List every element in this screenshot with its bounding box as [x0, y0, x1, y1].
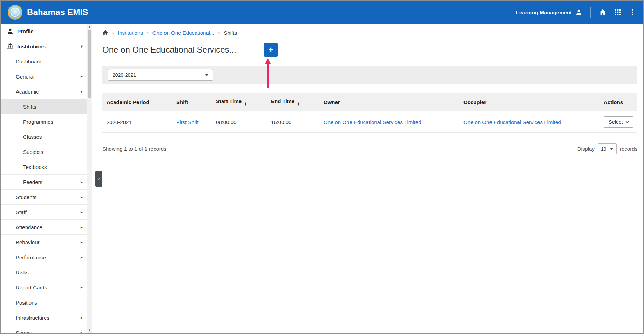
chevron-right-icon: ▸: [81, 74, 83, 79]
chevron-right-icon: ▸: [81, 255, 83, 260]
academic-period-value: 2020-2021: [113, 72, 136, 78]
sidebar-item-academic[interactable]: Academic▾: [1, 84, 87, 99]
title-row: One on One Educational Services... +: [102, 43, 637, 57]
sidebar-item-general[interactable]: General▸: [1, 69, 87, 84]
title-divider: [102, 61, 637, 61]
main-content: ›Institutions›One on One Educational...›…: [92, 24, 643, 333]
breadcrumb-one-on-one-educational[interactable]: One on One Educational...: [152, 30, 215, 36]
sidebar-item-behaviour[interactable]: Behaviour▸: [1, 235, 87, 250]
sidebar-item-label: Textbooks: [23, 164, 47, 170]
user-icon: [576, 9, 582, 15]
page-size-select[interactable]: 10: [598, 143, 617, 154]
kebab-menu-icon[interactable]: [629, 8, 636, 16]
breadcrumb-separator: ›: [147, 30, 149, 36]
caret-down-icon: [205, 74, 209, 76]
sidebar-collapse-toggle[interactable]: ‹: [95, 171, 102, 187]
app-window: Bahamas EMIS Learning Management: [0, 0, 644, 334]
chevron-right-icon: ▸: [81, 225, 83, 230]
sidebar-item-programmes[interactable]: Programmes: [1, 114, 87, 129]
sidebar-item-performance[interactable]: Performance▸: [1, 250, 87, 265]
sort-icon[interactable]: ▲▼: [244, 102, 247, 106]
scrollbar-thumb[interactable]: [88, 30, 91, 98]
sidebar-item-feeders[interactable]: Feeders▸: [1, 175, 87, 190]
breadcrumb-separator: ›: [112, 30, 114, 36]
table-row: 2020-2021First Shift08:00:0016:00:00One …: [102, 111, 637, 133]
cell-academic-period: 2020-2021: [102, 111, 172, 133]
sidebar-item-institutions[interactable]: Institutions▾: [1, 39, 87, 54]
page-size-control: Display 10 records: [577, 143, 637, 154]
column-label: Actions: [604, 99, 623, 105]
sidebar-item-positions[interactable]: Positions: [1, 295, 87, 310]
page-title: One on One Educational Services...: [102, 45, 257, 55]
bahamas-emis-logo: [8, 5, 22, 20]
sidebar-item-label: Risks: [16, 270, 29, 275]
sidebar-item-shifts[interactable]: Shifts: [1, 99, 87, 114]
add-shift-button[interactable]: +: [264, 43, 278, 57]
sidebar-item-risks[interactable]: Risks: [1, 265, 87, 280]
chevron-down-icon: [626, 120, 629, 123]
caret-down-icon: [610, 148, 614, 150]
sidebar-item-staff[interactable]: Staff▸: [1, 205, 87, 220]
scroll-down-icon[interactable]: ▼: [87, 328, 92, 333]
sidebar-item-report-cards[interactable]: Report Cards▸: [1, 280, 87, 295]
topbar: Bahamas EMIS Learning Management: [1, 1, 643, 24]
sidebar-item-label: Infrastructures: [16, 315, 49, 321]
sidebar-item-students[interactable]: Students▸: [1, 190, 87, 205]
column-label: Owner: [324, 99, 340, 105]
chevron-right-icon: ▸: [81, 195, 83, 199]
sidebar-item-attendance[interactable]: Attendance▸: [1, 220, 87, 235]
column-header-occupier: Occupier: [459, 93, 599, 111]
sort-icon[interactable]: ▲▼: [297, 102, 300, 106]
academic-period-select[interactable]: 2020-2021: [108, 69, 213, 81]
column-label: Academic Period: [107, 99, 149, 105]
chevron-down-icon: ▾: [81, 44, 83, 49]
occupier-link[interactable]: One on One Educational Services Limited: [463, 119, 561, 125]
sidebar-item-label: General: [16, 74, 34, 80]
learning-management-label: Learning Management: [516, 9, 572, 15]
display-label: Display: [577, 146, 595, 152]
sidebar-item-label: Dashboard: [16, 59, 41, 64]
column-label: Shift: [176, 99, 188, 105]
topbar-divider: [590, 7, 591, 18]
column-header-actions: Actions: [599, 93, 637, 111]
select-action-button[interactable]: Select: [604, 116, 633, 128]
page-size-value: 10: [601, 146, 606, 152]
sidebar-item-textbooks[interactable]: Textbooks: [1, 159, 87, 175]
sidebar-item-label: Shifts: [23, 104, 36, 110]
breadcrumb-shifts: Shifts: [224, 30, 237, 36]
sidebar-item-dashboard[interactable]: Dashboard: [1, 54, 87, 69]
breadcrumb-separator: ›: [218, 30, 220, 36]
cell-owner: One on One Educational Services Limited: [319, 111, 459, 133]
cell-occupier: One on One Educational Services Limited: [459, 111, 599, 133]
records-label: records: [620, 146, 637, 152]
sidebar-item-label: Feeders: [23, 179, 42, 185]
cell-actions: Select: [599, 111, 637, 133]
records-summary: Showing 1 to 1 of 1 records: [102, 146, 167, 152]
shift-link[interactable]: First Shift: [176, 119, 198, 125]
bank-icon: [7, 43, 13, 49]
sidebar-menu: ProfileInstitutions▾DashboardGeneral▸Aca…: [1, 24, 87, 333]
column-header-start-time[interactable]: Start Time▲▼: [212, 93, 267, 111]
sidebar-item-infrastructures[interactable]: Infrastructures▸: [1, 310, 87, 325]
sidebar-scrollbar[interactable]: ▲ ▼: [87, 24, 92, 333]
breadcrumb-home-icon[interactable]: [102, 30, 108, 36]
scroll-up-icon[interactable]: ▲: [87, 24, 92, 29]
filter-bar: 2020-2021: [102, 66, 637, 84]
sidebar-item-survey[interactable]: Survey▸: [1, 325, 87, 333]
shifts-table: Academic PeriodShiftStart Time▲▼End Time…: [102, 93, 637, 133]
column-header-end-time[interactable]: End Time▲▼: [267, 93, 319, 111]
sidebar-item-classes[interactable]: Classes: [1, 129, 87, 144]
owner-link[interactable]: One on One Educational Services Limited: [324, 119, 421, 125]
chevron-right-icon: ▸: [81, 240, 83, 245]
sidebar-item-profile[interactable]: Profile: [1, 24, 87, 39]
column-label: Start Time: [216, 98, 242, 104]
home-icon[interactable]: [599, 9, 606, 16]
sidebar-item-label: Survey: [16, 330, 32, 334]
breadcrumb-institutions[interactable]: Institutions: [118, 30, 143, 36]
learning-management-menu[interactable]: Learning Management: [516, 9, 582, 15]
annotation-arrow: [263, 57, 272, 88]
sidebar-item-subjects[interactable]: Subjects: [1, 144, 87, 159]
cell-end-time: 16:00:00: [267, 111, 319, 133]
apps-grid-icon[interactable]: [615, 9, 621, 15]
sidebar-item-label: Positions: [16, 300, 37, 306]
